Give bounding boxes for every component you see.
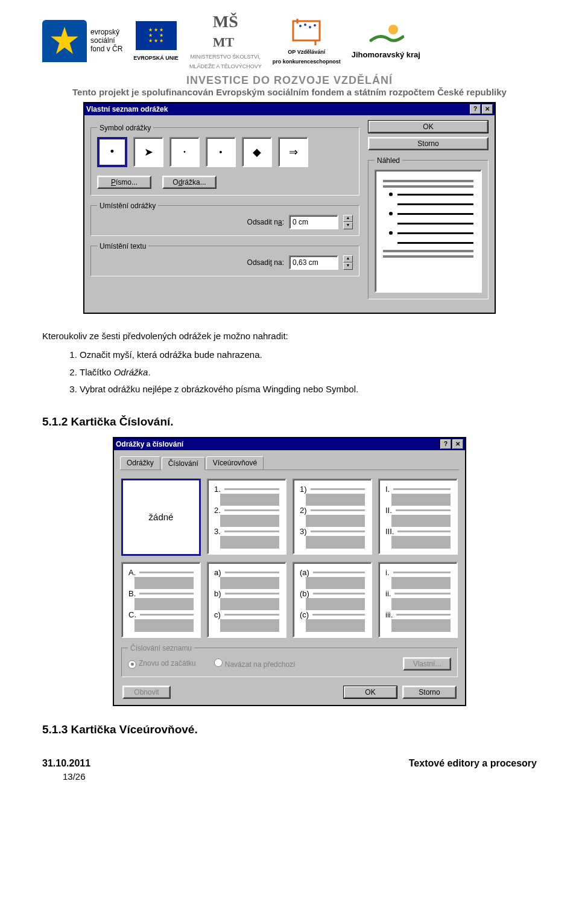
footer-date: 31.10.2011 xyxy=(42,758,90,768)
svg-marker-0 xyxy=(51,27,78,54)
tabs: Odrážky Číslování Víceúrovňové xyxy=(120,456,459,470)
group-list-legend: Číslování seznamu xyxy=(128,644,194,652)
numbox-alpha-lower-parens[interactable]: (a) (b) (c) xyxy=(293,562,372,638)
jmk-label: Jihomoravský kraj xyxy=(352,50,420,59)
numbox-alpha-upper[interactable]: A. B. C. xyxy=(121,562,201,638)
esf-text-2: sociální xyxy=(90,37,122,45)
indent2-label: Odsadit na: xyxy=(247,258,284,267)
jmk-icon xyxy=(368,22,404,46)
dialog-numbering: Odrážky a číslování ? ✕ Odrážky Číslován… xyxy=(113,437,466,706)
footer-doc-title: Textové editory a procesory xyxy=(409,758,537,769)
esf-logo-block: evropský sociální fond v ČR xyxy=(42,20,122,62)
symbol-option-3[interactable]: • xyxy=(169,137,200,167)
step-3: Vybrat odrážku nejlépe z obrázkového pís… xyxy=(80,381,537,398)
msmt-line2: MLÁDEŽE A TĚLOVÝCHOVY xyxy=(189,64,262,70)
msmt-logo-block: MŠMT MINISTERSTVO ŠKOLSTVÍ, MLÁDEŽE A TĚ… xyxy=(189,12,262,70)
step-2: Tlačítko Odrážka. xyxy=(80,364,537,381)
footer-row: 31.10.2011 13/26 Textové editory a proce… xyxy=(42,758,537,782)
group-preview: Náhled xyxy=(368,156,489,299)
symbol-option-6[interactable]: ⇒ xyxy=(278,137,308,167)
op-arrows-icon xyxy=(288,18,324,45)
radio-continue[interactable]: Navázat na předchozí xyxy=(214,658,296,669)
symbol-option-2[interactable]: ➤ xyxy=(133,137,163,167)
indent2-input[interactable] xyxy=(289,255,338,270)
group-symbol: Symbol odrážky • ➤ • • ◆ ⇒ PPísmo...ísmo… xyxy=(90,124,359,196)
esf-star-icon xyxy=(42,20,87,62)
svg-rect-1 xyxy=(293,21,320,40)
custom-button[interactable]: Vlastní... xyxy=(403,657,451,671)
numbox-roman-lower[interactable]: i. ii. iii. xyxy=(378,562,458,638)
indent1-label: Odsadit na: xyxy=(247,218,284,226)
svg-point-6 xyxy=(388,25,398,34)
invest-title: INVESTICE DO ROZVOJE VZDĚLÁNÍ xyxy=(42,74,537,87)
op-line2: pro konkurenceschopnost xyxy=(273,59,341,65)
esf-text-1: evropský xyxy=(90,28,122,37)
dialog-title: Vlastní seznam odrážek xyxy=(86,105,168,113)
symbol-option-5[interactable]: ◆ xyxy=(242,137,272,167)
group-symbol-legend: Symbol odrážky xyxy=(97,124,153,132)
numbox-arabic-dot[interactable]: 1. 2. 3. xyxy=(207,479,286,555)
numbering-grid: žádné 1. 2. 3. 1) 2) 3) I. II. III. A. B… xyxy=(114,470,465,642)
ok-button[interactable]: OK xyxy=(368,120,489,133)
reset-button[interactable]: Obnovit xyxy=(122,686,171,699)
titlebar-2: Odrážky a číslování ? ✕ xyxy=(114,438,465,450)
svg-point-4 xyxy=(309,26,311,28)
group-bullet-position: Umístění odrážky Odsadit na: ▲▼ xyxy=(90,202,359,236)
titlebar: Vlastní seznam odrážek ? ✕ xyxy=(84,103,495,115)
preview-legend: Náhled xyxy=(375,156,402,165)
numbox-none[interactable]: žádné xyxy=(121,479,201,556)
indent1-input[interactable] xyxy=(289,215,338,229)
cofund-line: Tento projekt je spolufinancován Evropsk… xyxy=(42,87,537,97)
op-logo-block: OP Vzdělávání pro konkurenceschopnost xyxy=(273,18,341,65)
font-button[interactable]: PPísmo...ísmo... xyxy=(97,176,151,189)
dialog-bullet-list: Vlastní seznam odrážek ? ✕ Symbol odrážk… xyxy=(83,102,496,314)
tab-multilevel[interactable]: Víceúrovňové xyxy=(206,456,264,470)
step-1: Označit myší, která odrážka bude nahraze… xyxy=(80,346,537,364)
group-bullet-position-legend: Umístění odrážky xyxy=(97,202,158,210)
radio-restart[interactable]: Znovu od začátku xyxy=(128,659,196,669)
msmt-line1: MINISTERSTVO ŠKOLSTVÍ, xyxy=(191,54,261,60)
help-button[interactable]: ? xyxy=(470,104,481,114)
document-page: evropský sociální fond v ČR ★ ★ ★★ ★★ ★ … xyxy=(0,0,579,806)
op-line1: OP Vzdělávání xyxy=(288,49,325,55)
steps-list: Označit myší, která odrážka bude nahraze… xyxy=(55,346,537,398)
dialog2-title: Odrážky a číslování xyxy=(116,440,183,448)
group-list-numbering: Číslování seznamu Znovu od začátku Naváz… xyxy=(121,644,458,677)
header-logos-row: evropský sociální fond v ČR ★ ★ ★★ ★★ ★ … xyxy=(42,6,537,73)
esf-text: evropský sociální fond v ČR xyxy=(90,28,122,53)
intro-text: Kteroukoliv ze šesti předvolených odráže… xyxy=(42,330,537,343)
group-text-position: Umístění textu Odsadit na: ▲▼ xyxy=(90,242,359,276)
eu-logo-block: ★ ★ ★★ ★★ ★ ★ EVROPSKÁ UNIE xyxy=(133,21,179,61)
symbol-row: • ➤ • • ◆ ⇒ xyxy=(97,137,353,167)
eu-label: EVROPSKÁ UNIE xyxy=(133,55,179,61)
indent1-spinner[interactable]: ▲▼ xyxy=(343,215,353,229)
numbox-arabic-paren[interactable]: 1) 2) 3) xyxy=(293,479,372,555)
heading-512: 5.1.2 Kartička Číslování. xyxy=(42,415,537,429)
ok-button-2[interactable]: OK xyxy=(343,686,397,699)
svg-point-3 xyxy=(304,24,306,26)
close-button-2[interactable]: ✕ xyxy=(452,439,463,449)
group-text-position-legend: Umístění textu xyxy=(97,242,148,250)
heading-513: 5.1.3 Kartička Víceúrovňové. xyxy=(42,723,537,736)
help-button-2[interactable]: ? xyxy=(440,439,451,449)
cancel-button[interactable]: Storno xyxy=(368,137,489,150)
tab-bullets[interactable]: Odrážky xyxy=(120,456,160,470)
close-button[interactable]: ✕ xyxy=(482,104,493,114)
svg-point-2 xyxy=(299,25,302,27)
symbol-option-4[interactable]: • xyxy=(206,137,236,167)
esf-text-3: fond v ČR xyxy=(90,45,122,54)
preview-box xyxy=(375,170,482,293)
indent2-spinner[interactable]: ▲▼ xyxy=(343,255,353,270)
eu-flag-icon: ★ ★ ★★ ★★ ★ ★ xyxy=(136,21,177,50)
tab-numbering[interactable]: Číslování xyxy=(162,457,205,470)
cancel-button-2[interactable]: Storno xyxy=(402,686,457,699)
page-number: 13/26 xyxy=(63,771,90,782)
msmt-icon: MŠMT xyxy=(213,12,238,51)
numbox-none-label: žádné xyxy=(149,512,174,522)
symbol-option-1[interactable]: • xyxy=(97,137,127,167)
jmk-logo-block: Jihomoravský kraj xyxy=(352,22,420,59)
numbox-alpha-lower-paren[interactable]: a) b) c) xyxy=(207,562,286,638)
bullet-button[interactable]: Odrážka... xyxy=(162,176,217,189)
numbox-roman-upper[interactable]: I. II. III. xyxy=(378,479,458,555)
svg-point-5 xyxy=(314,24,316,27)
